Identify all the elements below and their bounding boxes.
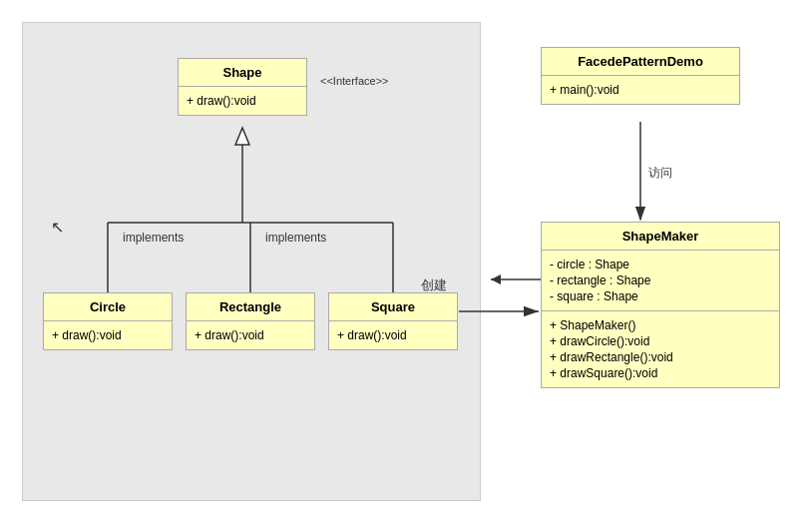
shape-maker-class-box: ShapeMaker - circle : Shape - rectangle … bbox=[541, 222, 780, 388]
right-panel: FacedePatternDemo + main():void ShapeMak… bbox=[491, 22, 790, 501]
circle-class-name: Circle bbox=[90, 299, 126, 314]
rectangle-class-box: Rectangle + draw():void bbox=[186, 292, 315, 350]
svg-marker-11 bbox=[491, 274, 501, 284]
shape-maker-attr-2: - rectangle : Shape bbox=[550, 273, 771, 287]
shape-method-1: + draw():void bbox=[187, 94, 298, 108]
shape-maker-method-3: + drawRectangle():void bbox=[550, 350, 771, 364]
svg-text:↖: ↖ bbox=[51, 219, 64, 236]
facade-demo-class-name: FacedePatternDemo bbox=[578, 54, 703, 69]
left-panel: Shape + draw():void <<Interface>> Circle… bbox=[22, 22, 481, 501]
circle-method-1: + draw():void bbox=[52, 328, 164, 342]
shape-maker-attr-3: - square : Shape bbox=[550, 289, 771, 303]
create-label: 创建 bbox=[421, 276, 447, 294]
facade-demo-class-box: FacedePatternDemo + main():void bbox=[541, 47, 740, 105]
svg-marker-1 bbox=[235, 128, 249, 145]
circle-class-box: Circle + draw():void bbox=[43, 292, 173, 350]
implements-label-1: implements bbox=[123, 231, 184, 245]
shape-maker-class-name: ShapeMaker bbox=[622, 229, 699, 244]
diagram-container: Shape + draw():void <<Interface>> Circle… bbox=[12, 12, 800, 521]
square-class-box: Square + draw():void bbox=[328, 292, 458, 350]
shape-maker-method-4: + drawSquare():void bbox=[550, 366, 771, 380]
shape-stereotype: <<Interface>> bbox=[320, 75, 389, 87]
square-method-1: + draw():void bbox=[337, 328, 449, 342]
square-class-name: Square bbox=[371, 299, 415, 314]
rectangle-method-1: + draw():void bbox=[195, 328, 306, 342]
shape-class-box: Shape + draw():void bbox=[178, 58, 307, 116]
shape-class-name: Shape bbox=[222, 65, 261, 80]
visit-label: 访问 bbox=[648, 165, 672, 182]
shape-maker-method-2: + drawCircle():void bbox=[550, 334, 771, 348]
facade-demo-method-1: + main():void bbox=[550, 83, 731, 97]
implements-label-2: implements bbox=[265, 231, 326, 245]
shape-maker-attr-1: - circle : Shape bbox=[550, 258, 771, 271]
shape-maker-method-1: + ShapeMaker() bbox=[550, 318, 771, 332]
rectangle-class-name: Rectangle bbox=[219, 299, 281, 314]
